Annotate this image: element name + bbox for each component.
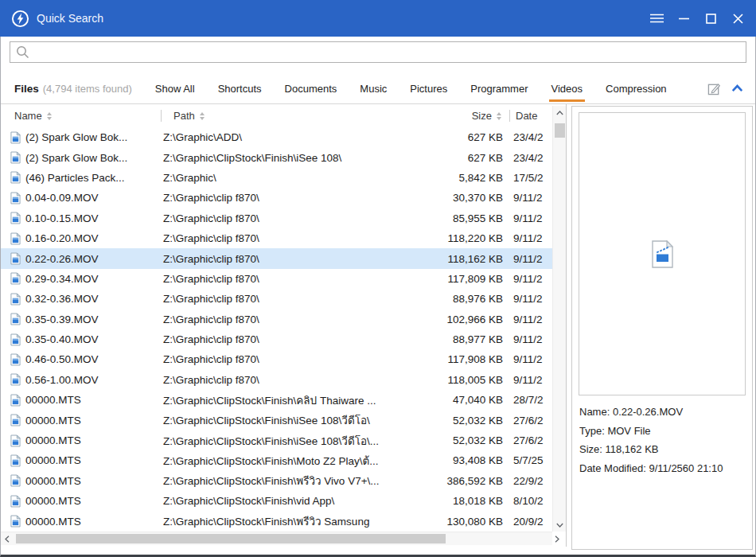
table-row[interactable]: 0.22-0.26.MOV Z:\Graphic\clip f870\ 118,… (0, 248, 552, 268)
column-divider (509, 110, 510, 122)
column-header-path[interactable]: Path (173, 104, 205, 127)
video-file-icon (10, 373, 21, 386)
path-cell: Z:\Graphic\clip f870\ (163, 333, 426, 345)
table-row[interactable]: 0.04-0.09.MOV Z:\Graphic\clip f870\ 30,3… (0, 188, 552, 208)
chevron-up-icon (556, 111, 563, 115)
tab-show-all[interactable]: Show All (155, 73, 195, 103)
date-cell: 9/11/2 (513, 333, 552, 345)
name-cell: (2) Spark Glow Bok... (0, 131, 163, 144)
size-cell: 47,040 KB (426, 394, 503, 406)
table-row[interactable]: 0.29-0.34.MOV Z:\Graphic\clip f870\ 117,… (0, 269, 552, 289)
size-cell: 386,592 KB (426, 475, 503, 487)
minimize-button[interactable] (670, 0, 697, 37)
size-cell: 130,080 KB (426, 516, 503, 528)
table-row[interactable]: 0.35-0.40.MOV Z:\Graphic\clip f870\ 88,9… (0, 329, 552, 349)
vertical-scrollbar[interactable] (552, 106, 566, 532)
video-file-icon (10, 394, 21, 407)
maximize-icon (706, 14, 716, 24)
tab-pictures[interactable]: Pictures (410, 73, 447, 103)
size-cell: 88,977 KB (426, 333, 503, 345)
size-cell: 627 KB (426, 152, 503, 164)
date-cell: 8/10/2 (513, 495, 552, 507)
collapse-button[interactable] (731, 84, 743, 92)
video-file-icon (10, 252, 21, 265)
titlebar: Quick Search (0, 0, 756, 37)
table-header: Name Path Size Date (0, 104, 566, 127)
maximize-button[interactable] (697, 0, 724, 37)
name-cell: 0.35-0.39.MOV (0, 313, 163, 325)
name-cell: 0.16-0.20.MOV (0, 232, 163, 245)
path-cell: Z:\Graphic\ClipStock\Finish\พรีวิว Vivo … (163, 472, 426, 489)
edit-tabs-button[interactable] (707, 82, 721, 95)
preview-panel: Name: 0.22-0.26.MOVType: MOV FileSize: 1… (571, 106, 753, 550)
column-header-name[interactable]: Name (14, 104, 53, 127)
date-cell: 9/11/2 (513, 212, 552, 224)
table-row[interactable]: (2) Spark Glow Bok... Z:\Graphic\ADD\ 62… (0, 127, 552, 147)
path-cell: Z:\Graphic\ClipStock\Finish\vid App\ (163, 495, 426, 507)
video-file-icon (10, 474, 21, 487)
name-cell: 0.56-1.00.MOV (0, 373, 163, 386)
path-cell: Z:\Graphic\clip f870\ (163, 192, 426, 204)
horizontal-scroll-thumb[interactable] (16, 534, 446, 543)
file-details: Name: 0.22-0.26.MOVType: MOV FileSize: 1… (579, 403, 747, 477)
size-cell: 117,908 KB (426, 353, 503, 365)
column-header-size[interactable]: Size (472, 104, 502, 127)
table-row[interactable]: 00000.MTS Z:\Graphic\ClipStock\Finish\iS… (0, 410, 552, 430)
table-row[interactable]: 00000.MTS Z:\Graphic\ClipStock\Finish\vi… (0, 491, 552, 511)
scroll-left-button[interactable] (0, 532, 14, 545)
name-cell: (46) Particles Pack... (0, 171, 163, 184)
search-input[interactable] (29, 42, 746, 62)
size-cell: 627 KB (426, 131, 503, 143)
tab-compression[interactable]: Compression (606, 73, 667, 103)
scroll-right-button[interactable] (550, 532, 563, 545)
close-icon (733, 14, 743, 24)
table-row[interactable]: 0.10-0.15.MOV Z:\Graphic\clip f870\ 85,9… (0, 208, 552, 228)
size-cell: 30,370 KB (426, 192, 503, 204)
table-row[interactable]: 0.46-0.50.MOV Z:\Graphic\clip f870\ 117,… (0, 349, 552, 369)
app-window: Quick Search (0, 0, 756, 557)
video-file-icon (10, 454, 21, 467)
video-file-icon (10, 313, 21, 325)
size-cell: 117,809 KB (426, 273, 503, 285)
scroll-down-button[interactable] (553, 518, 567, 532)
date-cell: 9/11/2 (513, 314, 552, 325)
tab-videos[interactable]: Videos (551, 73, 583, 103)
minimize-icon (679, 18, 689, 20)
path-cell: Z:\Graphic\ClipStock\Finish\iSee 108\วีด… (163, 432, 426, 450)
window-menu-button[interactable] (643, 0, 670, 37)
video-file-icon (10, 414, 21, 427)
video-file-icon (10, 232, 21, 245)
video-file-icon (10, 333, 21, 346)
table-row[interactable]: 00000.MTS Z:\Graphic\ClipStock\Finish\พร… (0, 511, 552, 531)
size-cell: 85,955 KB (426, 212, 503, 224)
table-row[interactable]: 00000.MTS Z:\Graphic\ClipStock\Finish\iS… (0, 430, 552, 450)
horizontal-scrollbar[interactable] (0, 532, 552, 545)
search-icon (16, 45, 29, 59)
table-row[interactable]: (2) Spark Glow Bok... Z:\Graphic\ClipSto… (0, 147, 552, 167)
date-cell: 9/11/2 (513, 293, 552, 305)
table-row[interactable]: 0.16-0.20.MOV Z:\Graphic\clip f870\ 118,… (0, 228, 552, 248)
tab-shortcuts[interactable]: Shortcuts (218, 73, 262, 103)
tab-documents[interactable]: Documents (285, 73, 337, 103)
path-cell: Z:\Graphic\ClipStock\Finish\iSee 108\วีด… (163, 411, 426, 429)
table-row[interactable]: 0.32-0.36.MOV Z:\Graphic\clip f870\ 88,9… (0, 289, 552, 309)
table-row[interactable]: 00000.MTS Z:\Graphic\ClipStock\Finish\คล… (0, 390, 552, 410)
name-cell: 00000.MTS (0, 495, 163, 508)
name-cell: 0.29-0.34.MOV (0, 272, 163, 285)
scroll-up-button[interactable] (553, 106, 567, 119)
video-file-icon (10, 131, 21, 144)
menu-icon (650, 14, 664, 23)
tab-music[interactable]: Music (360, 73, 387, 103)
date-cell: 20/9/2 (513, 516, 552, 528)
vertical-scroll-thumb[interactable] (555, 123, 565, 138)
table-row[interactable]: 00000.MTS Z:\Graphic\ClipStock\Finish\Mo… (0, 450, 552, 470)
close-button[interactable] (724, 0, 751, 37)
table-row[interactable]: 0.35-0.39.MOV Z:\Graphic\clip f870\ 102,… (0, 310, 552, 329)
table-row[interactable]: (46) Particles Pack... Z:\Graphic\ 5,842… (0, 168, 552, 188)
table-row[interactable]: 00000.MTS Z:\Graphic\ClipStock\Finish\พร… (0, 471, 552, 491)
date-cell: 5/7/25 (513, 454, 552, 466)
column-header-date[interactable]: Date (516, 104, 537, 127)
table-row[interactable]: 0.56-1.00.MOV Z:\Graphic\clip f870\ 118,… (0, 370, 552, 390)
date-cell: 9/11/2 (513, 273, 552, 285)
tab-programmer[interactable]: Programmer (470, 73, 528, 103)
